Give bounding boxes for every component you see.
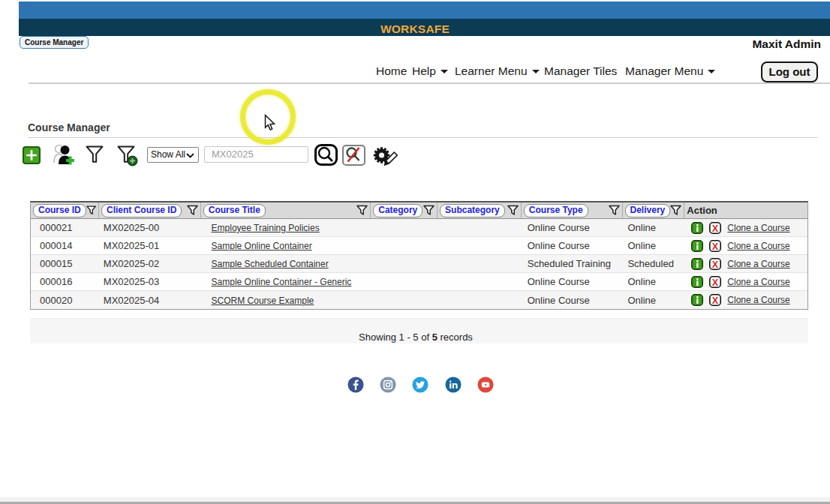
svg-text:X: X [712,223,719,233]
svg-text:X: X [712,296,719,306]
svg-text:X: X [712,241,719,251]
svg-text:X: X [712,259,719,269]
svg-text:X: X [712,277,719,287]
